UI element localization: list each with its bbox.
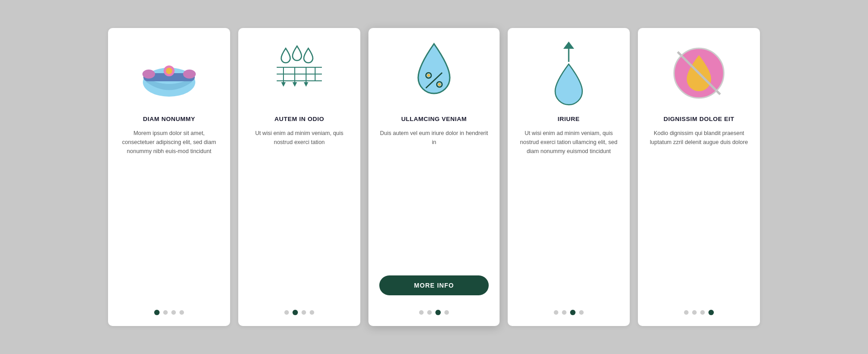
dot-1-2	[171, 310, 176, 315]
dot-2-0	[284, 310, 289, 315]
dot-4-2	[570, 310, 576, 315]
svg-point-3	[183, 70, 196, 79]
no-water-icon-area	[667, 42, 731, 105]
humidity-icon	[402, 39, 466, 107]
dot-2-2	[302, 310, 306, 315]
dot-1-1	[163, 310, 168, 315]
card-1: DIAM NONUMMY Morem ipsum dolor sit amet,…	[108, 28, 230, 326]
card-5-text: Kodio dignissim qui blandit praesent lup…	[649, 129, 749, 300]
card-5-dots	[684, 310, 714, 315]
more-info-button[interactable]: MORE INFO	[379, 275, 489, 295]
evaporation-icon-area	[537, 42, 600, 105]
dot-5-1	[692, 310, 697, 315]
dot-1-0	[154, 310, 160, 315]
humidity-icon-area	[402, 42, 466, 105]
svg-point-23	[438, 83, 441, 86]
dot-4-3	[579, 310, 584, 315]
svg-point-22	[427, 74, 430, 77]
evaporation-icon	[542, 42, 596, 105]
card-4: IRIURE Ut wisi enim ad minim veniam, qui…	[508, 28, 630, 326]
dot-3-2	[435, 310, 441, 315]
card-1-text: Morem ipsum dolor sit amet, consectetuer…	[119, 129, 219, 300]
svg-point-5	[166, 68, 172, 74]
cards-container: DIAM NONUMMY Morem ipsum dolor sit amet,…	[81, 10, 787, 344]
card-5-title: DIGNISSIM DOLOE EIT	[664, 116, 735, 122]
card-5: DIGNISSIM DOLOE EIT Kodio dignissim qui …	[638, 28, 760, 326]
water-absorption-icon	[270, 44, 329, 102]
card-3-title: ULLAMCING VENIAM	[401, 116, 467, 122]
dot-2-3	[310, 310, 314, 315]
dot-3-3	[444, 310, 449, 315]
card-2: AUTEM IN ODIO Ut wisi enim ad minim veni…	[238, 28, 360, 326]
dot-4-0	[554, 310, 558, 315]
dot-2-1	[292, 310, 298, 315]
card-4-title: IRIURE	[558, 116, 580, 122]
dot-1-3	[179, 310, 184, 315]
card-2-title: AUTEM IN ODIO	[274, 116, 324, 122]
diaper-icon-area	[137, 42, 201, 105]
dot-5-2	[700, 310, 705, 315]
card-4-dots	[554, 310, 584, 315]
card-2-dots	[284, 310, 314, 315]
card-3-dots	[419, 310, 449, 315]
dot-3-1	[427, 310, 432, 315]
dot-5-3	[708, 310, 714, 315]
svg-marker-25	[563, 42, 574, 49]
svg-point-2	[142, 70, 155, 79]
card-3: ULLAMCING VENIAM Duis autem vel eum iriu…	[368, 28, 500, 326]
diaper-icon	[140, 46, 198, 100]
card-4-text: Ut wisi enim ad minim veniam, quis nostr…	[519, 129, 619, 300]
card-1-title: DIAM NONUMMY	[143, 116, 195, 122]
dot-4-1	[562, 310, 566, 315]
water-absorption-icon-area	[268, 42, 331, 105]
dot-3-0	[419, 310, 424, 315]
dot-5-0	[684, 310, 689, 315]
card-2-text: Ut wisi enim ad minim veniam, quis nostr…	[249, 129, 349, 300]
card-3-text: Duis autem vel eum iriure dolor in hendr…	[379, 129, 489, 267]
no-water-icon	[670, 44, 728, 102]
card-1-dots	[154, 310, 184, 315]
